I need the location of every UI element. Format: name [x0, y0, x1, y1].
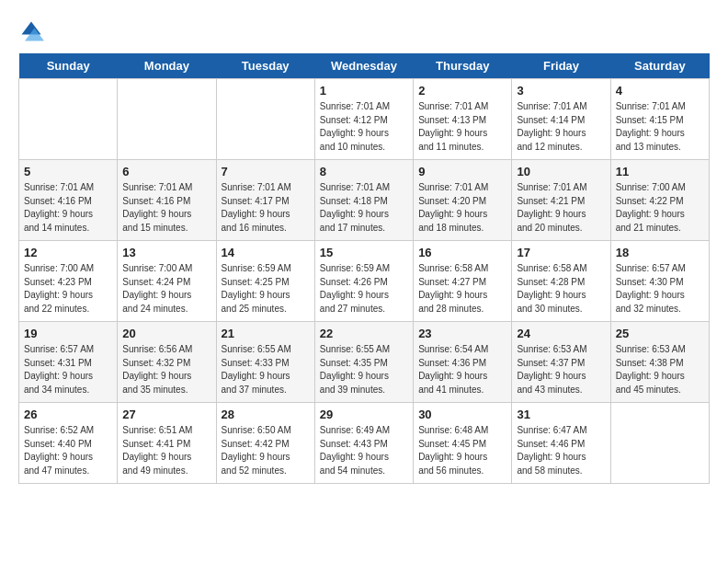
day-number: 6	[122, 165, 210, 178]
day-detail: Sunrise: 6:47 AM Sunset: 4:46 PM Dayligh…	[517, 424, 605, 477]
day-detail: Sunrise: 7:01 AM Sunset: 4:16 PM Dayligh…	[24, 181, 112, 235]
day-number: 24	[517, 327, 605, 340]
empty-cell	[216, 79, 314, 160]
day-detail: Sunrise: 6:55 AM Sunset: 4:35 PM Dayligh…	[320, 343, 408, 396]
day-detail: Sunrise: 7:01 AM Sunset: 4:20 PM Dayligh…	[418, 181, 506, 235]
day-number: 18	[616, 246, 704, 259]
day-number: 13	[122, 246, 210, 259]
day-number: 16	[418, 246, 506, 259]
day-number: 7	[222, 165, 310, 178]
day-detail: Sunrise: 6:53 AM Sunset: 4:38 PM Dayligh…	[616, 343, 704, 396]
empty-cell	[118, 79, 216, 160]
empty-cell	[19, 79, 118, 160]
week-row-4: 19Sunrise: 6:57 AM Sunset: 4:31 PM Dayli…	[19, 322, 710, 403]
day-of-week-monday: Monday	[118, 53, 216, 79]
day-detail: Sunrise: 6:49 AM Sunset: 4:43 PM Dayligh…	[320, 424, 408, 477]
day-number: 2	[418, 84, 506, 98]
day-number: 20	[122, 327, 210, 340]
day-cell-28: 28Sunrise: 6:50 AM Sunset: 4:42 PM Dayli…	[216, 403, 314, 484]
day-detail: Sunrise: 6:55 AM Sunset: 4:33 PM Dayligh…	[222, 343, 310, 396]
day-detail: Sunrise: 6:58 AM Sunset: 4:28 PM Dayligh…	[517, 262, 605, 316]
day-number: 31	[517, 408, 605, 421]
day-detail: Sunrise: 7:01 AM Sunset: 4:18 PM Dayligh…	[320, 181, 408, 235]
day-number: 8	[320, 165, 408, 178]
day-number: 23	[418, 327, 506, 340]
day-cell-9: 9Sunrise: 7:01 AM Sunset: 4:20 PM Daylig…	[414, 160, 512, 241]
day-cell-21: 21Sunrise: 6:55 AM Sunset: 4:33 PM Dayli…	[216, 322, 314, 403]
day-number: 27	[122, 408, 210, 421]
day-detail: Sunrise: 6:57 AM Sunset: 4:30 PM Dayligh…	[616, 262, 704, 316]
day-of-week-sunday: Sunday	[19, 53, 118, 79]
day-number: 10	[517, 165, 605, 178]
day-cell-15: 15Sunrise: 6:59 AM Sunset: 4:26 PM Dayli…	[314, 241, 413, 322]
day-detail: Sunrise: 7:01 AM Sunset: 4:14 PM Dayligh…	[517, 100, 605, 154]
day-number: 11	[616, 165, 704, 178]
day-detail: Sunrise: 6:51 AM Sunset: 4:41 PM Dayligh…	[122, 424, 210, 477]
day-number: 5	[24, 165, 112, 178]
day-cell-8: 8Sunrise: 7:01 AM Sunset: 4:18 PM Daylig…	[314, 160, 413, 241]
day-number: 4	[616, 84, 704, 98]
day-detail: Sunrise: 6:50 AM Sunset: 4:42 PM Dayligh…	[222, 424, 310, 477]
day-detail: Sunrise: 7:00 AM Sunset: 4:22 PM Dayligh…	[616, 181, 704, 235]
day-cell-22: 22Sunrise: 6:55 AM Sunset: 4:35 PM Dayli…	[314, 322, 413, 403]
day-of-week-wednesday: Wednesday	[314, 53, 413, 79]
week-row-5: 26Sunrise: 6:52 AM Sunset: 4:40 PM Dayli…	[19, 403, 710, 484]
day-cell-12: 12Sunrise: 7:00 AM Sunset: 4:23 PM Dayli…	[19, 241, 118, 322]
day-detail: Sunrise: 7:01 AM Sunset: 4:16 PM Dayligh…	[122, 181, 210, 235]
day-detail: Sunrise: 7:01 AM Sunset: 4:17 PM Dayligh…	[222, 181, 310, 235]
day-cell-3: 3Sunrise: 7:01 AM Sunset: 4:14 PM Daylig…	[512, 79, 610, 160]
day-cell-4: 4Sunrise: 7:01 AM Sunset: 4:15 PM Daylig…	[610, 79, 709, 160]
logo	[18, 18, 48, 44]
day-cell-1: 1Sunrise: 7:01 AM Sunset: 4:12 PM Daylig…	[314, 79, 413, 160]
day-number: 29	[320, 408, 408, 421]
day-cell-18: 18Sunrise: 6:57 AM Sunset: 4:30 PM Dayli…	[610, 241, 709, 322]
day-cell-13: 13Sunrise: 7:00 AM Sunset: 4:24 PM Dayli…	[118, 241, 216, 322]
calendar-body: 1Sunrise: 7:01 AM Sunset: 4:12 PM Daylig…	[19, 79, 710, 484]
day-detail: Sunrise: 7:00 AM Sunset: 4:24 PM Dayligh…	[122, 262, 210, 316]
day-of-week-saturday: Saturday	[610, 53, 709, 79]
week-row-1: 1Sunrise: 7:01 AM Sunset: 4:12 PM Daylig…	[19, 79, 710, 160]
day-cell-17: 17Sunrise: 6:58 AM Sunset: 4:28 PM Dayli…	[512, 241, 610, 322]
day-detail: Sunrise: 7:00 AM Sunset: 4:23 PM Dayligh…	[24, 262, 112, 316]
week-row-3: 12Sunrise: 7:00 AM Sunset: 4:23 PM Dayli…	[19, 241, 710, 322]
day-number: 15	[320, 246, 408, 259]
day-number: 9	[418, 165, 506, 178]
day-number: 19	[24, 327, 112, 340]
day-detail: Sunrise: 6:57 AM Sunset: 4:31 PM Dayligh…	[24, 343, 112, 396]
day-cell-24: 24Sunrise: 6:53 AM Sunset: 4:37 PM Dayli…	[512, 322, 610, 403]
day-cell-5: 5Sunrise: 7:01 AM Sunset: 4:16 PM Daylig…	[19, 160, 118, 241]
day-detail: Sunrise: 6:53 AM Sunset: 4:37 PM Dayligh…	[517, 343, 605, 396]
day-detail: Sunrise: 6:58 AM Sunset: 4:27 PM Dayligh…	[418, 262, 506, 316]
day-number: 25	[616, 327, 704, 340]
day-detail: Sunrise: 7:01 AM Sunset: 4:21 PM Dayligh…	[517, 181, 605, 235]
day-number: 1	[320, 84, 408, 98]
day-cell-25: 25Sunrise: 6:53 AM Sunset: 4:38 PM Dayli…	[610, 322, 709, 403]
day-cell-26: 26Sunrise: 6:52 AM Sunset: 4:40 PM Dayli…	[19, 403, 118, 484]
page-header	[18, 18, 710, 44]
day-cell-20: 20Sunrise: 6:56 AM Sunset: 4:32 PM Dayli…	[118, 322, 216, 403]
day-cell-27: 27Sunrise: 6:51 AM Sunset: 4:41 PM Dayli…	[118, 403, 216, 484]
day-cell-30: 30Sunrise: 6:48 AM Sunset: 4:45 PM Dayli…	[414, 403, 512, 484]
day-cell-6: 6Sunrise: 7:01 AM Sunset: 4:16 PM Daylig…	[118, 160, 216, 241]
day-number: 21	[222, 327, 310, 340]
days-of-week-row: SundayMondayTuesdayWednesdayThursdayFrid…	[19, 53, 710, 79]
week-row-2: 5Sunrise: 7:01 AM Sunset: 4:16 PM Daylig…	[19, 160, 710, 241]
day-number: 14	[222, 246, 310, 259]
day-number: 26	[24, 408, 112, 421]
day-cell-10: 10Sunrise: 7:01 AM Sunset: 4:21 PM Dayli…	[512, 160, 610, 241]
day-number: 30	[418, 408, 506, 421]
day-detail: Sunrise: 7:01 AM Sunset: 4:13 PM Dayligh…	[418, 100, 506, 154]
day-detail: Sunrise: 6:59 AM Sunset: 4:26 PM Dayligh…	[320, 262, 408, 316]
day-detail: Sunrise: 6:54 AM Sunset: 4:36 PM Dayligh…	[418, 343, 506, 396]
calendar-header: SundayMondayTuesdayWednesdayThursdayFrid…	[19, 53, 710, 79]
day-number: 22	[320, 327, 408, 340]
day-cell-11: 11Sunrise: 7:00 AM Sunset: 4:22 PM Dayli…	[610, 160, 709, 241]
day-cell-23: 23Sunrise: 6:54 AM Sunset: 4:36 PM Dayli…	[414, 322, 512, 403]
day-cell-14: 14Sunrise: 6:59 AM Sunset: 4:25 PM Dayli…	[216, 241, 314, 322]
calendar-table: SundayMondayTuesdayWednesdayThursdayFrid…	[18, 53, 710, 484]
day-cell-2: 2Sunrise: 7:01 AM Sunset: 4:13 PM Daylig…	[414, 79, 512, 160]
day-of-week-thursday: Thursday	[414, 53, 512, 79]
day-of-week-tuesday: Tuesday	[216, 53, 314, 79]
day-detail: Sunrise: 6:52 AM Sunset: 4:40 PM Dayligh…	[24, 424, 112, 477]
day-of-week-friday: Friday	[512, 53, 610, 79]
